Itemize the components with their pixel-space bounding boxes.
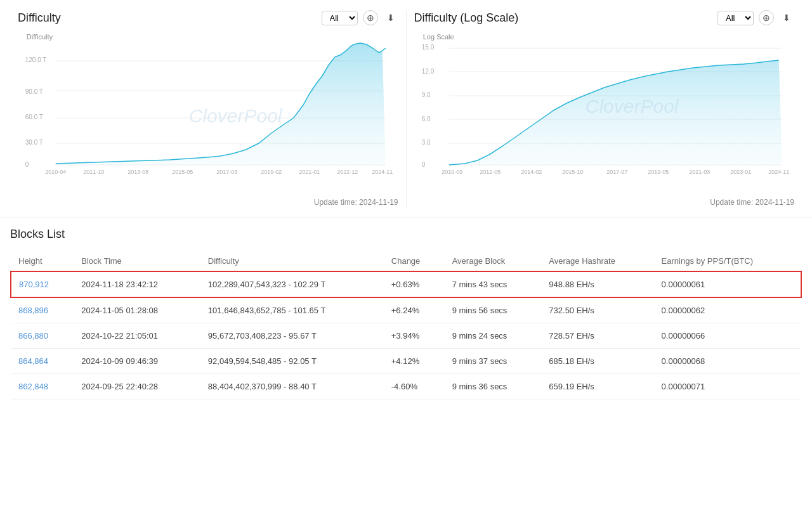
height-link[interactable]: 862,848: [18, 382, 48, 391]
cell-avg-hashrate: 732.50 EH/s: [541, 297, 653, 323]
cell-difficulty: 101,646,843,652,785 - 101.65 T: [200, 297, 384, 323]
cell-avg-block: 7 mins 43 secs: [445, 271, 542, 297]
svg-text:Difficulty: Difficulty: [27, 33, 53, 41]
difficulty-log-chart-controls: All 1Y 6M 3M ⊕ ⬇: [717, 10, 794, 25]
svg-text:2022-12: 2022-12: [337, 169, 358, 175]
cell-avg-hashrate: 948.88 EH/s: [541, 271, 653, 297]
table-row: 866,8802024-10-22 21:05:0195,672,703,408…: [11, 323, 801, 349]
cell-change: +0.63%: [384, 271, 445, 297]
height-link[interactable]: 868,896: [18, 306, 48, 315]
cell-earnings: 0.00000062: [654, 297, 801, 323]
cell-height: 866,880: [11, 323, 74, 349]
svg-text:30.0 T: 30.0 T: [25, 139, 43, 146]
svg-text:15.0: 15.0: [421, 44, 434, 51]
svg-text:2010-04: 2010-04: [45, 169, 66, 175]
cell-change: +4.12%: [384, 349, 445, 374]
difficulty-download-icon[interactable]: ⬇: [383, 10, 398, 25]
svg-text:Log Scale: Log Scale: [422, 33, 454, 41]
blocks-table-header: Height Block Time Difficulty Change Aver…: [11, 251, 801, 271]
cell-block-time: 2024-10-09 09:46:39: [74, 349, 200, 374]
cell-difficulty: 102,289,407,543,323 - 102.29 T: [200, 271, 384, 297]
cell-avg-hashrate: 728.57 EH/s: [541, 323, 653, 349]
difficulty-log-range-select[interactable]: All 1Y 6M 3M: [717, 11, 754, 25]
table-row: 868,8962024-11-05 01:28:08101,646,843,65…: [11, 297, 801, 323]
difficulty-log-chart: Difficulty (Log Scale) All 1Y 6M 3M ⊕ ⬇ …: [407, 10, 802, 207]
cell-earnings: 0.00000068: [654, 349, 801, 374]
svg-text:CloverPool: CloverPool: [585, 96, 679, 117]
blocks-table-body: 870,9122024-11-18 23:42:12102,289,407,54…: [11, 271, 801, 399]
svg-text:9.0: 9.0: [421, 91, 430, 98]
col-avg-hashrate: Average Hashrate: [541, 251, 653, 271]
svg-text:2024-11: 2024-11: [372, 169, 393, 175]
cell-earnings: 0.00000071: [654, 374, 801, 399]
svg-text:2017-07: 2017-07: [606, 169, 627, 175]
height-link[interactable]: 866,880: [18, 331, 48, 341]
svg-text:12.0: 12.0: [421, 68, 434, 75]
cell-difficulty: 92,049,594,548,485 - 92.05 T: [200, 349, 384, 374]
svg-text:2017-03: 2017-03: [216, 169, 237, 175]
difficulty-log-chart-title: Difficulty (Log Scale): [414, 11, 519, 25]
svg-text:2012-05: 2012-05: [480, 169, 501, 175]
svg-text:2010-09: 2010-09: [442, 169, 462, 175]
svg-text:2021-03: 2021-03: [689, 169, 710, 175]
svg-text:2021-01: 2021-01: [299, 169, 320, 175]
cell-avg-hashrate: 659.19 EH/s: [541, 374, 653, 399]
difficulty-chart-controls: All 1Y 6M 3M ⊕ ⬇: [322, 10, 398, 25]
table-row: 870,9122024-11-18 23:42:12102,289,407,54…: [11, 271, 801, 297]
difficulty-chart-title: Difficulty: [18, 11, 61, 25]
difficulty-range-select[interactable]: All 1Y 6M 3M: [322, 11, 358, 25]
col-change: Change: [384, 251, 445, 271]
cell-block-time: 2024-09-25 22:40:28: [74, 374, 200, 399]
difficulty-chart: Difficulty All 1Y 6M 3M ⊕ ⬇ Difficulty 1…: [10, 10, 406, 207]
cell-avg-block: 9 mins 24 secs: [445, 323, 542, 349]
svg-text:0: 0: [421, 161, 425, 168]
cell-earnings: 0.00000066: [654, 323, 801, 349]
svg-text:2019-05: 2019-05: [648, 169, 669, 175]
difficulty-log-update-time: Update time: 2024-11-19: [414, 198, 795, 207]
svg-text:6.0: 6.0: [421, 115, 430, 122]
blocks-table: Height Block Time Difficulty Change Aver…: [10, 251, 802, 399]
height-link[interactable]: 870,912: [19, 280, 49, 289]
difficulty-log-zoom-icon[interactable]: ⊕: [759, 10, 774, 25]
svg-text:120.0 T: 120.0 T: [25, 56, 47, 63]
blocks-section: Blocks List Height Block Time Difficulty…: [0, 218, 812, 399]
difficulty-chart-header: Difficulty All 1Y 6M 3M ⊕ ⬇: [18, 10, 398, 25]
difficulty-update-time: Update time: 2024-11-19: [18, 198, 398, 207]
height-link[interactable]: 864,864: [18, 356, 48, 366]
difficulty-log-chart-header: Difficulty (Log Scale) All 1Y 6M 3M ⊕ ⬇: [414, 10, 795, 25]
col-earnings: Earnings by PPS/T(BTC): [654, 251, 801, 271]
cell-change: +6.24%: [384, 297, 445, 323]
blocks-list-title: Blocks List: [10, 228, 802, 241]
svg-text:2011-10: 2011-10: [83, 169, 104, 175]
svg-text:2024-11: 2024-11: [768, 169, 789, 175]
svg-text:3.0: 3.0: [421, 139, 430, 146]
col-difficulty: Difficulty: [200, 251, 384, 271]
cell-difficulty: 95,672,703,408,223 - 95.67 T: [200, 323, 384, 349]
svg-text:2015-10: 2015-10: [562, 169, 583, 175]
cell-avg-block: 9 mins 36 secs: [445, 374, 542, 399]
col-height: Height: [11, 251, 74, 271]
cell-avg-block: 9 mins 37 secs: [445, 349, 542, 374]
cell-avg-block: 9 mins 56 secs: [445, 297, 542, 323]
svg-text:2013-08: 2013-08: [128, 169, 148, 175]
svg-text:2014-02: 2014-02: [521, 169, 542, 175]
cell-height: 862,848: [11, 374, 74, 399]
cell-earnings: 0.00000061: [654, 271, 801, 297]
svg-text:2019-02: 2019-02: [261, 169, 282, 175]
difficulty-log-chart-area: Log Scale 15.0 12.0 9.0 6.0 3.0 0: [414, 30, 795, 195]
svg-text:90.0 T: 90.0 T: [25, 88, 43, 95]
col-block-time: Block Time: [74, 251, 200, 271]
difficulty-zoom-icon[interactable]: ⊕: [363, 10, 378, 25]
col-avg-block: Average Block: [445, 251, 542, 271]
cell-change: -4.60%: [384, 374, 445, 399]
cell-height: 864,864: [11, 349, 74, 374]
svg-text:0: 0: [25, 161, 29, 168]
cell-block-time: 2024-11-05 01:28:08: [74, 297, 200, 323]
svg-text:2015-05: 2015-05: [172, 169, 193, 175]
difficulty-log-download-icon[interactable]: ⬇: [779, 10, 794, 25]
svg-text:CloverPool: CloverPool: [189, 105, 283, 126]
cell-block-time: 2024-10-22 21:05:01: [74, 323, 200, 349]
cell-block-time: 2024-11-18 23:42:12: [74, 271, 200, 297]
table-row: 864,8642024-10-09 09:46:3992,049,594,548…: [11, 349, 801, 374]
cell-avg-hashrate: 685.18 EH/s: [541, 349, 653, 374]
